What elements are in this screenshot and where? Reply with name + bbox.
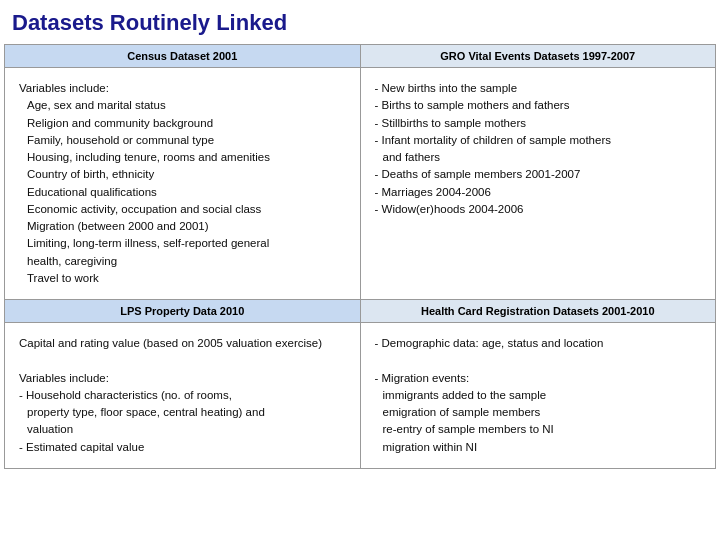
- gro-header: GRO Vital Events Datasets 1997-2007: [361, 45, 717, 68]
- healthcard-content: - Demographic data: age, status and loca…: [371, 329, 706, 462]
- census-content-cell: Variables include: Age, sex and marital …: [5, 68, 361, 300]
- lps-content: Capital and rating value (based on 2005 …: [15, 329, 350, 462]
- gro-content: - New births into the sample - Births to…: [371, 74, 706, 224]
- lps-content-cell: Capital and rating value (based on 2005 …: [5, 323, 361, 469]
- page-title: Datasets Routinely Linked: [0, 0, 720, 44]
- census-header: Census Dataset 2001: [5, 45, 361, 68]
- gro-content-cell: - New births into the sample - Births to…: [361, 68, 717, 300]
- datasets-grid: Census Dataset 2001 GRO Vital Events Dat…: [4, 44, 716, 469]
- healthcard-header: Health Card Registration Datasets 2001-2…: [361, 300, 717, 323]
- lps-header: LPS Property Data 2010: [5, 300, 361, 323]
- healthcard-content-cell: - Demographic data: age, status and loca…: [361, 323, 717, 469]
- census-content: Variables include: Age, sex and marital …: [15, 74, 350, 293]
